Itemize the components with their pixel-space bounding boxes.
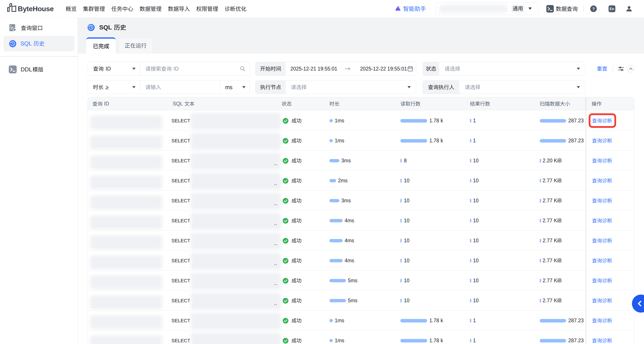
svg-text:En: En	[610, 7, 614, 11]
svg-text:?: ?	[592, 7, 595, 11]
